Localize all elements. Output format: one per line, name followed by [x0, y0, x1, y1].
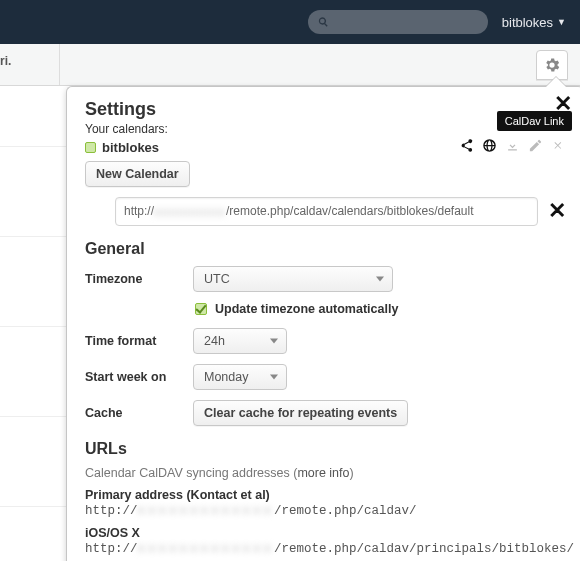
new-calendar-button[interactable]: New Calendar — [85, 161, 190, 187]
gear-icon — [543, 56, 561, 74]
timezone-row: Timezone UTC — [85, 266, 566, 292]
delete-icon[interactable] — [551, 138, 566, 153]
primary-url-suffix: /remote.php/caldav/ — [274, 504, 417, 518]
urls-heading: URLs — [85, 440, 566, 458]
startweek-select[interactable]: Monday — [193, 364, 287, 390]
settings-heading: Settings — [85, 99, 566, 120]
search-field[interactable] — [308, 10, 488, 34]
caldav-url-host-blurred: xxxxxxxxx — [154, 205, 226, 219]
urls-note-suffix: ) — [349, 466, 353, 480]
startweek-label: Start week on — [85, 370, 181, 384]
ios-address-label: iOS/OS X — [85, 526, 566, 540]
timezone-value: UTC — [204, 272, 230, 286]
calendar-name: bitblokes — [102, 140, 159, 155]
timeformat-select[interactable]: 24h — [193, 328, 287, 354]
caldav-link-tooltip: CalDav Link — [497, 111, 572, 131]
caldav-url-close-button[interactable]: ✕ — [548, 198, 566, 224]
auto-timezone-checkbox[interactable] — [195, 303, 207, 315]
toolbar: ri. — [0, 44, 580, 86]
share-icon[interactable] — [459, 138, 474, 153]
chevron-down-icon — [270, 338, 278, 343]
caldav-url-input[interactable]: http://xxxxxxxxx/remote.php/caldav/calen… — [115, 197, 538, 226]
caldav-url-suffix: /remote.php/caldav/calendars/bitblokes/d… — [226, 204, 473, 218]
timeformat-value: 24h — [204, 334, 225, 348]
general-heading: General — [85, 240, 566, 258]
clear-cache-button[interactable]: Clear cache for repeating events — [193, 400, 408, 426]
cache-row: Cache Clear cache for repeating events — [85, 400, 566, 426]
auto-timezone-row: Update timezone automatically — [195, 302, 566, 316]
primary-url-prefix: http:// — [85, 504, 138, 518]
app-header: bitblokes ▼ — [0, 0, 580, 44]
download-icon[interactable] — [505, 138, 520, 153]
primary-url-host-blurred: xxxxxxxxxxxxx — [138, 504, 275, 518]
calendar-color-swatch — [85, 142, 96, 153]
timezone-label: Timezone — [85, 272, 181, 286]
day-header-label: ri. — [0, 54, 11, 68]
edit-icon[interactable] — [528, 138, 543, 153]
your-calendars-label: Your calendars: — [85, 122, 566, 136]
startweek-row: Start week on Monday — [85, 364, 566, 390]
timeformat-label: Time format — [85, 334, 181, 348]
settings-button[interactable] — [536, 50, 568, 80]
primary-address-label: Primary address (Kontact et al) — [85, 488, 566, 502]
caldav-url-prefix: http:// — [124, 204, 154, 218]
username-label: bitblokes — [502, 15, 553, 30]
search-icon — [318, 16, 329, 28]
ios-url-host-blurred: xxxxxxxxxxxxx — [138, 542, 275, 556]
primary-address-url: http://xxxxxxxxxxxxx/remote.php/caldav/ — [85, 504, 566, 518]
caldav-url-row: http://xxxxxxxxx/remote.php/caldav/calen… — [115, 197, 566, 226]
ios-address-url: http://xxxxxxxxxxxxx/remote.php/caldav/p… — [85, 542, 566, 556]
ios-url-suffix: /remote.php/caldav/principals/bitblokes/ — [274, 542, 574, 556]
search-input[interactable] — [334, 14, 477, 31]
calendar-actions — [459, 138, 566, 153]
calendar-row: bitblokes — [85, 140, 566, 155]
urls-note-prefix: Calendar CalDAV syncing addresses ( — [85, 466, 297, 480]
dropdown-triangle-icon: ▼ — [557, 17, 566, 27]
startweek-value: Monday — [204, 370, 248, 384]
timezone-select[interactable]: UTC — [193, 266, 393, 292]
ios-url-prefix: http:// — [85, 542, 138, 556]
user-menu[interactable]: bitblokes ▼ — [502, 15, 566, 30]
globe-icon[interactable] — [482, 138, 497, 153]
urls-note: Calendar CalDAV syncing addresses (more … — [85, 466, 566, 480]
urls-more-info-link[interactable]: more info — [297, 466, 349, 480]
panel-arrow — [546, 77, 566, 87]
chevron-down-icon — [376, 276, 384, 281]
chevron-down-icon — [270, 374, 278, 379]
cache-label: Cache — [85, 406, 181, 420]
timeformat-row: Time format 24h — [85, 328, 566, 354]
settings-panel: ✕ Settings Your calendars: CalDav Link b… — [66, 86, 580, 561]
auto-timezone-label: Update timezone automatically — [215, 302, 398, 316]
